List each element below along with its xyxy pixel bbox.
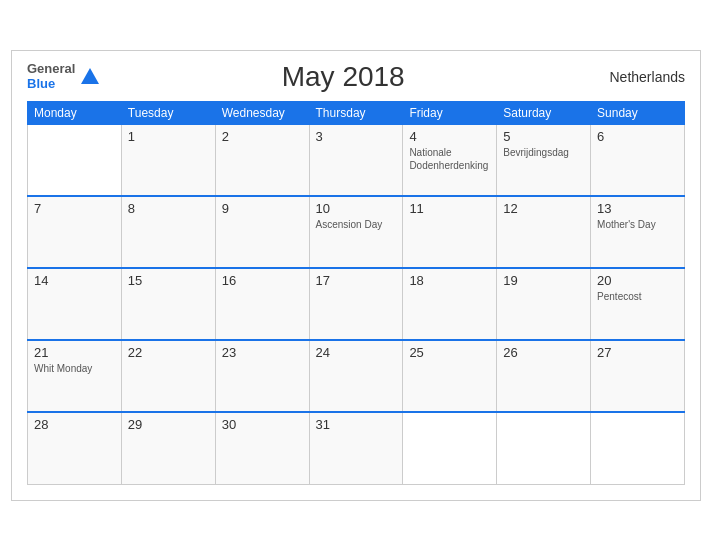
day-number: 24 [316,345,397,360]
holiday-label: Mother's Day [597,218,678,231]
week-row-3: 14151617181920Pentecost [28,268,685,340]
day-number: 17 [316,273,397,288]
calendar-cell: 25 [403,340,497,412]
day-number: 4 [409,129,490,144]
calendar-cell: 17 [309,268,403,340]
calendar-cell: 7 [28,196,122,268]
calendar-cell: 5Bevrijdingsdag [497,124,591,196]
day-number: 3 [316,129,397,144]
calendar-cell: 8 [121,196,215,268]
holiday-label: Pentecost [597,290,678,303]
holiday-label: Bevrijdingsdag [503,146,584,159]
calendar-cell: 27 [591,340,685,412]
day-number: 7 [34,201,115,216]
day-number: 30 [222,417,303,432]
calendar-cell: 11 [403,196,497,268]
day-number: 15 [128,273,209,288]
calendar-cell: 24 [309,340,403,412]
calendar-cell: 12 [497,196,591,268]
day-number: 27 [597,345,678,360]
calendar-country: Netherlands [585,69,685,85]
calendar-cell: 20Pentecost [591,268,685,340]
day-number: 26 [503,345,584,360]
logo-general-text: General [27,62,75,76]
calendar-cell [28,124,122,196]
week-row-4: 21Whit Monday222324252627 [28,340,685,412]
weekday-header-monday: Monday [28,101,122,124]
weekday-header-wednesday: Wednesday [215,101,309,124]
day-number: 22 [128,345,209,360]
calendar-cell: 9 [215,196,309,268]
calendar-cell: 10Ascension Day [309,196,403,268]
day-number: 13 [597,201,678,216]
week-row-2: 78910Ascension Day111213Mother's Day [28,196,685,268]
logo: General Blue [27,62,101,91]
day-number: 25 [409,345,490,360]
calendar-cell: 2 [215,124,309,196]
weekday-header-tuesday: Tuesday [121,101,215,124]
calendar-cell: 28 [28,412,122,484]
week-row-1: 1234Nationale Dodenherdenking5Bevrijding… [28,124,685,196]
calendar-cell [403,412,497,484]
week-row-5: 28293031 [28,412,685,484]
day-number: 1 [128,129,209,144]
day-number: 12 [503,201,584,216]
day-number: 11 [409,201,490,216]
calendar-cell: 1 [121,124,215,196]
weekday-header-friday: Friday [403,101,497,124]
weekday-header-saturday: Saturday [497,101,591,124]
svg-marker-0 [81,68,99,84]
calendar-cell: 19 [497,268,591,340]
day-number: 20 [597,273,678,288]
calendar-cell: 14 [28,268,122,340]
day-number: 14 [34,273,115,288]
calendar-cell: 23 [215,340,309,412]
calendar-cell: 15 [121,268,215,340]
day-number: 21 [34,345,115,360]
calendar-cell [497,412,591,484]
calendar-cell: 31 [309,412,403,484]
holiday-label: Ascension Day [316,218,397,231]
day-number: 28 [34,417,115,432]
logo-blue-text: Blue [27,77,75,91]
calendar-cell: 6 [591,124,685,196]
holiday-label: Nationale Dodenherdenking [409,146,490,172]
calendar-cell: 3 [309,124,403,196]
calendar-cell: 21Whit Monday [28,340,122,412]
calendar-cell: 13Mother's Day [591,196,685,268]
calendar-cell: 26 [497,340,591,412]
day-number: 31 [316,417,397,432]
day-number: 5 [503,129,584,144]
day-number: 6 [597,129,678,144]
weekday-header-sunday: Sunday [591,101,685,124]
calendar-cell [591,412,685,484]
calendar-wrapper: General Blue May 2018 Netherlands Monday… [11,50,701,501]
day-number: 16 [222,273,303,288]
calendar-cell: 16 [215,268,309,340]
day-number: 2 [222,129,303,144]
weekday-header-row: MondayTuesdayWednesdayThursdayFridaySatu… [28,101,685,124]
calendar-grid: MondayTuesdayWednesdayThursdayFridaySatu… [27,101,685,485]
holiday-label: Whit Monday [34,362,115,375]
calendar-cell: 4Nationale Dodenherdenking [403,124,497,196]
calendar-header: General Blue May 2018 Netherlands [27,61,685,93]
calendar-title: May 2018 [101,61,585,93]
day-number: 19 [503,273,584,288]
logo-icon [79,66,101,88]
calendar-cell: 30 [215,412,309,484]
day-number: 29 [128,417,209,432]
calendar-cell: 22 [121,340,215,412]
day-number: 10 [316,201,397,216]
calendar-cell: 18 [403,268,497,340]
calendar-cell: 29 [121,412,215,484]
day-number: 18 [409,273,490,288]
day-number: 8 [128,201,209,216]
day-number: 23 [222,345,303,360]
day-number: 9 [222,201,303,216]
weekday-header-thursday: Thursday [309,101,403,124]
